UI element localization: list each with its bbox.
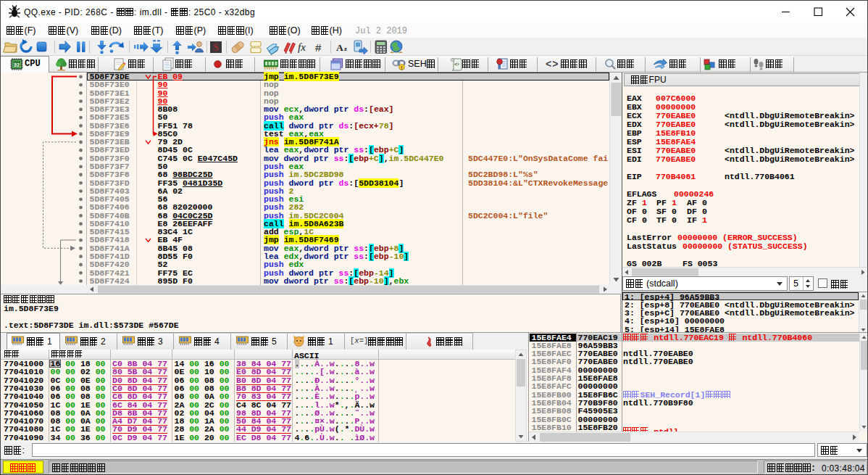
svg-text:32: 32 bbox=[14, 62, 20, 68]
svg-text:S: S bbox=[213, 42, 219, 53]
svg-text:z: z bbox=[344, 45, 347, 52]
svg-text:fx: fx bbox=[298, 41, 306, 53]
svg-text:#: # bbox=[315, 41, 322, 54]
svg-text:!: ! bbox=[401, 65, 402, 70]
svg-text:<›: <› bbox=[454, 62, 459, 67]
svg-text:A: A bbox=[336, 42, 343, 53]
